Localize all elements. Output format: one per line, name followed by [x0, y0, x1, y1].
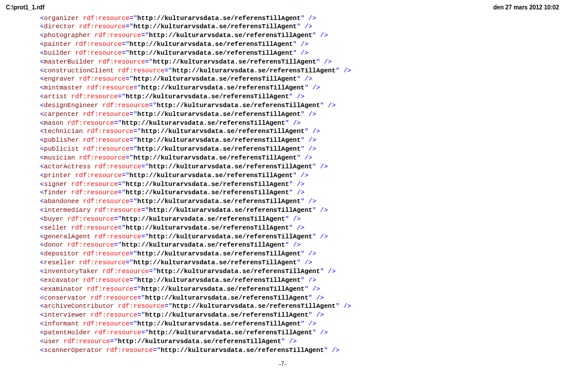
element-name: archiveContributor [44, 303, 114, 310]
angle-open: < [40, 233, 44, 240]
self-close: /> [320, 329, 328, 336]
element-name: patentHolder [44, 329, 91, 336]
page-number: -7- [6, 360, 559, 368]
element-name: publisher [44, 137, 79, 144]
quote-close: " [293, 172, 297, 179]
angle-open: < [40, 67, 44, 74]
attribute-name: rdf:resource [118, 67, 164, 74]
element-name: reseller [44, 259, 75, 266]
quote-close: " [297, 154, 301, 161]
attribute-name: rdf:resource [83, 320, 130, 327]
element-name: artist [44, 93, 68, 100]
attribute-value: http://kulturarvsdata.se/referensTillAge… [137, 15, 300, 22]
equals-quote: =" [118, 189, 125, 196]
element-name: abandonee [44, 198, 79, 205]
code-line: <informant rdf:resource="http://kulturar… [40, 320, 559, 328]
code-line: <user rdf:resource="http://kulturarvsdat… [40, 337, 559, 346]
attribute-value: http://kulturarvsdata.se/referensTillAge… [118, 338, 281, 345]
attribute-value: http://kulturarvsdata.se/referensTillAge… [161, 347, 324, 354]
code-line: <mason rdf:resource="http://kulturarvsda… [40, 119, 559, 128]
attribute-name: rdf:resource [67, 119, 114, 127]
element-name: printer [44, 172, 71, 179]
quote-close: " [305, 285, 309, 293]
self-close: /> [343, 67, 351, 74]
code-line: <excavator rdf:resource="http://kulturar… [40, 276, 559, 285]
self-close: /> [305, 75, 312, 82]
self-close: /> [297, 93, 305, 100]
attribute-value: http://kulturarvsdata.se/referensTillAge… [157, 102, 320, 109]
angle-open: < [40, 207, 44, 214]
angle-open: < [40, 93, 44, 100]
quote-close: " [320, 268, 324, 275]
attribute-name: rdf:resource [79, 259, 125, 266]
self-close: /> [320, 32, 328, 39]
self-close: /> [320, 207, 328, 214]
attribute-value: http://kulturarvsdata.se/referensTillAge… [125, 189, 289, 196]
code-line: <donor rdf:resource="http://kulturarvsda… [40, 241, 559, 250]
attribute-value: http://kulturarvsdata.se/referensTillAge… [133, 23, 296, 30]
code-line: <constructionClient rdf:resource="http:/… [40, 67, 559, 75]
code-line: <masterBuilder rdf:resource="http://kult… [40, 58, 559, 67]
angle-open: < [40, 347, 44, 354]
equals-quote: =" [130, 277, 137, 284]
attribute-name: rdf:resource [67, 241, 114, 248]
attribute-name: rdf:resource [75, 49, 121, 57]
attribute-name: rdf:resource [118, 303, 164, 310]
attribute-value: http://kulturarvsdata.se/referensTillAge… [130, 172, 293, 179]
quote-close: " [309, 294, 313, 301]
attribute-name: rdf:resource [94, 163, 141, 170]
quote-close: " [312, 329, 316, 336]
attribute-name: rdf:resource [83, 250, 130, 257]
self-close: /> [309, 15, 316, 22]
attribute-value: http://kulturarvsdata.se/referensTillAge… [172, 67, 335, 74]
quote-close: " [300, 277, 305, 284]
angle-open: < [40, 259, 44, 266]
angle-open: < [40, 23, 44, 30]
equals-quote: =" [130, 145, 137, 152]
quote-close: " [312, 207, 316, 214]
attribute-name: rdf:resource [83, 111, 130, 118]
attribute-value: http://kulturarvsdata.se/referensTillAge… [145, 311, 308, 318]
attribute-value: http://kulturarvsdata.se/referensTillAge… [125, 224, 289, 231]
code-line: <abandonee rdf:resource="http://kulturar… [40, 197, 559, 206]
code-line: <painter rdf:resource="http://kulturarvs… [40, 40, 559, 49]
attribute-name: rdf:resource [79, 23, 125, 30]
equals-quote: =" [141, 163, 149, 170]
self-close: /> [297, 189, 305, 196]
self-close: /> [324, 58, 332, 65]
equals-quote: =" [122, 172, 130, 179]
equals-quote: =" [125, 259, 133, 266]
code-line: <engraver rdf:resource="http://kulturarv… [40, 75, 559, 84]
angle-open: < [40, 154, 44, 161]
equals-quote: =" [114, 215, 121, 222]
self-close: /> [297, 224, 305, 231]
angle-open: < [40, 181, 44, 188]
angle-open: < [40, 75, 44, 82]
attribute-name: rdf:resource [71, 224, 118, 231]
equals-quote: =" [133, 285, 141, 293]
attribute-value: http://kulturarvsdata.se/referensTillAge… [125, 181, 289, 188]
code-line: <publicist rdf:resource="http://kulturar… [40, 145, 559, 154]
quote-close: " [300, 320, 305, 327]
equals-quote: =" [122, 49, 130, 57]
quote-close: " [300, 111, 305, 118]
quote-close: " [289, 224, 293, 231]
angle-open: < [40, 163, 44, 170]
quote-close: " [297, 259, 301, 266]
quote-close: " [305, 128, 309, 135]
angle-open: < [40, 215, 44, 222]
equals-quote: =" [130, 198, 137, 205]
angle-open: < [40, 329, 44, 336]
attribute-value: http://kulturarvsdata.se/referensTillAge… [145, 294, 308, 301]
quote-close: " [336, 67, 340, 74]
self-close: /> [312, 285, 320, 293]
element-name: donor [44, 241, 64, 248]
attribute-value: http://kulturarvsdata.se/referensTillAge… [149, 163, 312, 170]
attribute-value: http://kulturarvsdata.se/referensTillAge… [130, 49, 293, 57]
code-line: <examinator rdf:resource="http://kultura… [40, 285, 559, 294]
angle-open: < [40, 49, 44, 57]
self-close: /> [289, 338, 297, 345]
element-name: conservator [44, 294, 87, 301]
code-line: <designEngineer rdf:resource="http://kul… [40, 101, 559, 110]
code-line: <organizer rdf:resource="http://kulturar… [40, 14, 559, 23]
